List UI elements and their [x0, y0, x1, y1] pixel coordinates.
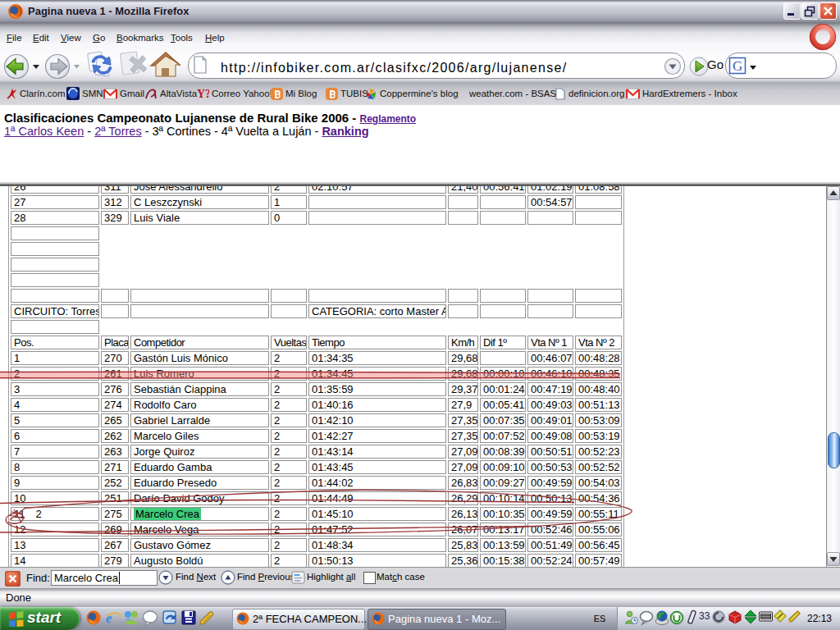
- svg-text:33: 33: [699, 610, 710, 622]
- svg-text:Y?: Y?: [197, 88, 209, 99]
- svg-text:e: e: [106, 610, 112, 626]
- svg-text:G: G: [733, 58, 742, 74]
